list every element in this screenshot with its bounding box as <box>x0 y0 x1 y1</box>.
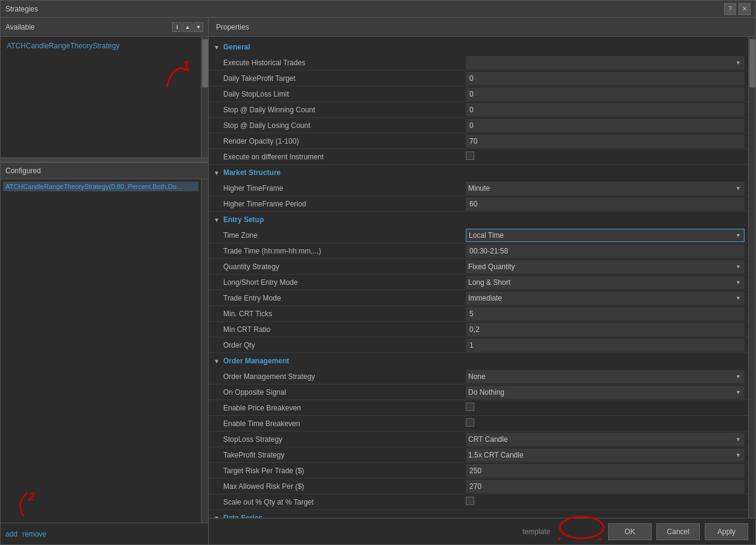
select-execute-historical[interactable] <box>466 56 745 69</box>
annotation-1: 1 <box>156 52 199 98</box>
input-stop-winning[interactable] <box>466 103 745 116</box>
value-time-zone[interactable]: Local Time UTC Exchange <box>462 229 748 242</box>
section-data-series[interactable]: ▼ Data Series <box>209 510 748 518</box>
label-higher-timeframe-period: Higher TimeFrame Period <box>209 200 462 208</box>
input-higher-timeframe-period[interactable] <box>466 197 745 211</box>
bottom-buttons: 2 add remove <box>1 523 208 544</box>
value-enable-price-breakeven[interactable] <box>462 403 748 413</box>
properties-header: Properties <box>209 18 755 37</box>
configured-item[interactable]: ATCHCandleRangeTheoryStrategy(0,80,,Perc… <box>3 182 199 191</box>
available-scrollbar[interactable] <box>201 37 208 158</box>
properties-content[interactable]: ▼ General Execute Historical Trades <box>209 37 748 518</box>
label-daily-stoploss: Daily StopLoss Limit <box>209 90 462 98</box>
general-arrow-icon: ▼ <box>214 44 220 51</box>
select-long-short-mode[interactable]: Long & Short Long Only Short Only <box>466 276 745 289</box>
value-execute-different[interactable] <box>462 151 748 162</box>
value-trade-time[interactable] <box>462 244 748 258</box>
checkbox-scale-out[interactable] <box>466 497 474 505</box>
close-button[interactable]: ✕ <box>739 3 751 15</box>
input-daily-stoploss[interactable] <box>466 88 745 101</box>
section-entry-setup[interactable]: ▼ Entry Setup <box>209 212 748 228</box>
value-order-management-strategy[interactable]: None ATR Based Fixed <box>462 370 748 383</box>
label-min-crt-ratio: Min CRT Ratio <box>209 325 462 334</box>
prop-scale-out: Scale out % Qty at % Target <box>209 494 748 510</box>
cancel-button[interactable]: Cancel <box>656 523 700 540</box>
prop-execute-different: Execute on different Instrument <box>209 149 748 165</box>
value-takeprofit-strategy[interactable]: 1.5x CRT Candle 2x CRT Candle ATR <box>462 448 748 462</box>
label-min-crt-ticks: Min. CRT Ticks <box>209 310 462 318</box>
value-higher-timeframe[interactable]: Minute Hour Day <box>462 182 748 195</box>
value-stop-losing[interactable] <box>462 119 748 132</box>
label-enable-price-breakeven: Enable Price Breakeven <box>209 404 462 412</box>
section-general[interactable]: ▼ General <box>209 39 748 55</box>
input-daily-takeprofit[interactable] <box>466 72 745 85</box>
strategies-window: Strategies ? ✕ Available ℹ ▲ ▼ ATCHCandl… <box>0 0 756 545</box>
add-button[interactable]: add <box>5 530 17 538</box>
available-label: Available <box>5 23 34 31</box>
value-higher-timeframe-period[interactable] <box>462 197 748 211</box>
checkbox-enable-price-breakeven[interactable] <box>466 403 474 411</box>
input-render-opacity[interactable] <box>466 135 745 148</box>
value-target-risk[interactable] <box>462 464 748 477</box>
input-order-qty[interactable] <box>466 339 745 352</box>
input-min-crt-ratio[interactable] <box>466 323 745 336</box>
properties-outer: ▼ General Execute Historical Trades <box>209 37 755 518</box>
strategy-item[interactable]: ATCHCandleRangeTheoryStrategy <box>4 40 197 51</box>
input-target-risk[interactable] <box>466 464 745 477</box>
scroll-down-button[interactable]: ▼ <box>194 22 203 32</box>
checkbox-enable-time-breakeven[interactable] <box>466 418 474 427</box>
label-max-allowed-risk: Max Allowed Risk Per ($) <box>209 482 462 491</box>
remove-button[interactable]: remove <box>22 530 46 538</box>
value-min-crt-ratio[interactable] <box>462 323 748 336</box>
section-order-management[interactable]: ▼ Order Management <box>209 353 748 369</box>
select-quantity-strategy[interactable]: Fixed Quantity Percent Risk Based <box>466 260 745 273</box>
input-max-allowed-risk[interactable] <box>466 480 745 493</box>
input-trade-time[interactable] <box>466 244 745 258</box>
prop-order-qty: Order Qty <box>209 337 748 353</box>
input-min-crt-ticks[interactable] <box>466 307 745 320</box>
properties-scrollbar[interactable] <box>748 37 755 518</box>
select-takeprofit-strategy[interactable]: 1.5x CRT Candle 2x CRT Candle ATR <box>466 448 745 462</box>
info-button[interactable]: ℹ <box>172 22 182 32</box>
label-daily-takeprofit: Daily TakeProfit Target <box>209 74 462 83</box>
select-order-management-strategy[interactable]: None ATR Based Fixed <box>466 370 745 383</box>
title-bar: Strategies ? ✕ <box>1 1 755 18</box>
label-execute-historical: Execute Historical Trades <box>209 59 462 67</box>
value-on-opposite-signal[interactable]: Do Nothing Reverse Close <box>462 386 748 399</box>
available-list: ATCHCandleRangeTheoryStrategy 1 <box>1 37 201 158</box>
checkbox-execute-different[interactable] <box>466 151 474 160</box>
template-link[interactable]: template <box>523 527 550 536</box>
input-stop-losing[interactable] <box>466 119 745 132</box>
prop-time-zone: Time Zone Local Time UTC Exchange <box>209 228 748 243</box>
select-time-zone[interactable]: Local Time UTC Exchange <box>466 229 745 242</box>
value-min-crt-ticks[interactable] <box>462 307 748 320</box>
value-execute-historical[interactable] <box>462 56 748 69</box>
value-stoploss-strategy[interactable]: CRT Candle ATR Fixed <box>462 433 748 446</box>
configured-scrollbar[interactable] <box>201 179 208 523</box>
select-higher-timeframe[interactable]: Minute Hour Day <box>466 182 745 195</box>
label-enable-time-breakeven: Enable Time Breakeven <box>209 419 462 428</box>
value-quantity-strategy[interactable]: Fixed Quantity Percent Risk Based <box>462 260 748 273</box>
select-stoploss-strategy[interactable]: CRT Candle ATR Fixed <box>466 433 745 446</box>
label-scale-out: Scale out % Qty at % Target <box>209 498 462 506</box>
value-order-qty[interactable] <box>462 339 748 352</box>
value-scale-out[interactable] <box>462 497 748 507</box>
label-long-short-mode: Long/Short Entry Mode <box>209 278 462 287</box>
value-trade-entry-mode[interactable]: Immediate Limit <box>462 292 748 305</box>
value-daily-stoploss[interactable] <box>462 88 748 101</box>
value-render-opacity[interactable] <box>462 135 748 148</box>
configured-header: Configured <box>1 162 208 179</box>
section-market-structure[interactable]: ▼ Market Structure <box>209 165 748 180</box>
apply-button[interactable]: Apply <box>705 523 748 540</box>
value-daily-takeprofit[interactable] <box>462 72 748 85</box>
market-arrow-icon: ▼ <box>214 170 220 176</box>
select-on-opposite-signal[interactable]: Do Nothing Reverse Close <box>466 386 745 399</box>
ok-button[interactable]: OK <box>608 523 652 540</box>
value-long-short-mode[interactable]: Long & Short Long Only Short Only <box>462 276 748 289</box>
value-stop-winning[interactable] <box>462 103 748 116</box>
select-trade-entry-mode[interactable]: Immediate Limit <box>466 292 745 305</box>
value-max-allowed-risk[interactable] <box>462 480 748 493</box>
value-enable-time-breakeven[interactable] <box>462 418 748 429</box>
scroll-up-button[interactable]: ▲ <box>183 22 192 32</box>
help-button[interactable]: ? <box>724 3 736 15</box>
